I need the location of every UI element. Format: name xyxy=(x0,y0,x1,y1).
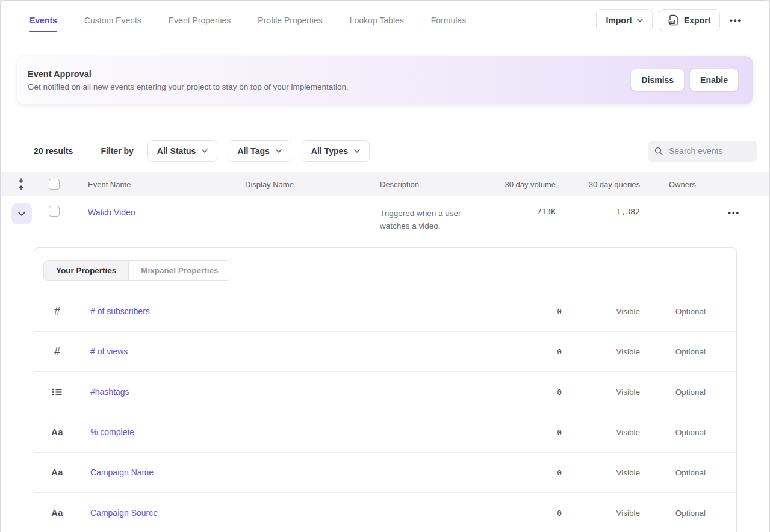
tab-events-label: Events xyxy=(29,16,57,25)
results-count: 20 results xyxy=(34,146,73,156)
banner-description: Get notified on all new events entering … xyxy=(28,82,349,91)
tab-events[interactable]: Events xyxy=(29,1,57,40)
text-type-icon: Aa xyxy=(34,427,80,437)
column-display-name: Display Name xyxy=(234,180,369,189)
collapse-all-icon[interactable] xyxy=(1,178,42,191)
list-type-icon xyxy=(34,388,80,396)
active-tab-underline xyxy=(29,31,57,32)
chevron-down-icon xyxy=(202,149,208,153)
event-table-row: Watch Video Triggered when a user watche… xyxy=(1,196,769,247)
property-status: Optional xyxy=(640,428,736,437)
event-description: Triggered when a user watches a video. xyxy=(380,207,476,232)
chevron-down-icon xyxy=(18,212,25,216)
search-box[interactable] xyxy=(648,141,757,162)
property-visibility: Visible xyxy=(562,388,640,397)
properties-tabs-area: Your Properties Mixpanel Properties xyxy=(34,248,736,291)
owners-value xyxy=(640,196,712,247)
numeric-type-icon: # xyxy=(34,345,80,358)
numeric-type-icon: # xyxy=(34,305,80,318)
column-event-name: Event Name xyxy=(78,180,234,189)
property-queries: 0 xyxy=(499,468,562,477)
banner-text: Event Approval Get notified on all new e… xyxy=(28,69,349,91)
property-visibility: Visible xyxy=(562,509,640,518)
property-row: # # of views 0 Visible Optional xyxy=(34,331,736,371)
tab-event-properties[interactable]: Event Properties xyxy=(169,1,231,40)
csv-file-icon: csv xyxy=(668,14,679,26)
row-checkbox[interactable] xyxy=(49,206,60,217)
event-approval-banner: Event Approval Get notified on all new e… xyxy=(17,56,753,104)
table-header: Event Name Display Name Description 30 d… xyxy=(1,172,769,196)
chevron-down-icon xyxy=(354,149,360,153)
more-options-icon[interactable]: ••• xyxy=(726,16,745,25)
select-all-checkbox[interactable] xyxy=(49,179,60,190)
enable-button[interactable]: Enable xyxy=(690,69,738,91)
column-queries: 30 day queries xyxy=(556,180,640,189)
property-visibility: Visible xyxy=(562,347,640,356)
types-filter-dropdown[interactable]: All Types xyxy=(302,140,370,162)
queries-value: 1,382 xyxy=(556,196,640,247)
svg-text:csv: csv xyxy=(669,20,674,23)
property-name-link[interactable]: Campaign Name xyxy=(90,468,154,477)
property-status: Optional xyxy=(640,468,736,477)
display-name-value xyxy=(234,196,369,247)
lexicon-events-page: Events Custom Events Event Properties Pr… xyxy=(0,0,770,532)
row-more-options-icon[interactable]: ••• xyxy=(724,208,744,217)
search-input[interactable] xyxy=(669,146,751,156)
tab-lookup-tables[interactable]: Lookup Tables xyxy=(350,1,404,40)
top-nav: Events Custom Events Event Properties Pr… xyxy=(1,1,769,40)
property-visibility: Visible xyxy=(562,468,640,477)
property-name-link[interactable]: Campaign Source xyxy=(90,508,158,518)
property-row: Aa Campaign Name 0 Visible Optional xyxy=(34,452,736,492)
column-owners: Owners xyxy=(640,180,712,189)
tab-profile-properties[interactable]: Profile Properties xyxy=(258,1,322,40)
import-button[interactable]: Import xyxy=(596,9,653,31)
property-row: #hashtags 0 Visible Optional xyxy=(34,371,736,412)
search-icon xyxy=(654,146,664,156)
property-visibility: Visible xyxy=(562,428,640,437)
property-name-link[interactable]: # of views xyxy=(90,347,128,356)
export-button[interactable]: csv Export xyxy=(659,9,720,31)
property-name-link[interactable]: % complete xyxy=(90,427,134,437)
banner-title: Event Approval xyxy=(28,69,349,79)
event-properties-panel: Your Properties Mixpanel Properties # # … xyxy=(34,247,737,532)
chevron-down-icon xyxy=(637,19,643,22)
property-row: Aa Campaign Source 0 Visible Optional xyxy=(34,492,736,532)
event-name-link[interactable]: Watch Video xyxy=(88,208,135,217)
filter-toolbar: 20 results Filter by All Status All Tags… xyxy=(34,140,757,162)
property-visibility: Visible xyxy=(562,307,640,316)
property-row: Aa % complete 0 Visible Optional xyxy=(34,412,736,452)
property-queries: 0 xyxy=(499,307,562,316)
nav-actions: Import csv Export ••• xyxy=(596,9,769,31)
banner-actions: Dismiss Enable xyxy=(631,69,738,91)
chevron-down-icon xyxy=(276,149,282,153)
property-queries: 0 xyxy=(499,388,562,397)
status-filter-dropdown[interactable]: All Status xyxy=(147,140,218,162)
column-description: Description xyxy=(369,180,483,189)
tab-custom-events[interactable]: Custom Events xyxy=(84,1,141,40)
tab-formulas[interactable]: Formulas xyxy=(431,1,466,40)
properties-tab-switcher: Your Properties Mixpanel Properties xyxy=(43,260,231,281)
property-name-link[interactable]: # of subscribers xyxy=(90,306,150,316)
collapse-row-button[interactable] xyxy=(11,203,32,224)
property-queries: 0 xyxy=(499,428,562,437)
filter-by-label: Filter by xyxy=(101,146,133,156)
volume-value: 713K xyxy=(483,196,556,247)
property-queries: 0 xyxy=(499,509,562,518)
tags-filter-dropdown[interactable]: All Tags xyxy=(228,140,291,162)
column-volume: 30 day volume xyxy=(483,180,556,189)
tab-your-properties[interactable]: Your Properties xyxy=(44,261,129,280)
property-status: Optional xyxy=(640,509,736,518)
property-name-link[interactable]: #hashtags xyxy=(90,387,129,397)
property-queries: 0 xyxy=(499,347,562,356)
nav-tabs: Events Custom Events Event Properties Pr… xyxy=(1,1,466,40)
property-status: Optional xyxy=(640,307,736,316)
text-type-icon: Aa xyxy=(34,468,80,477)
property-status: Optional xyxy=(640,388,736,397)
dismiss-button[interactable]: Dismiss xyxy=(631,69,684,91)
divider xyxy=(87,143,87,159)
property-status: Optional xyxy=(640,347,736,356)
text-type-icon: Aa xyxy=(34,508,80,518)
property-row: # # of subscribers 0 Visible Optional xyxy=(34,291,736,331)
tab-mixpanel-properties[interactable]: Mixpanel Properties xyxy=(129,261,230,280)
